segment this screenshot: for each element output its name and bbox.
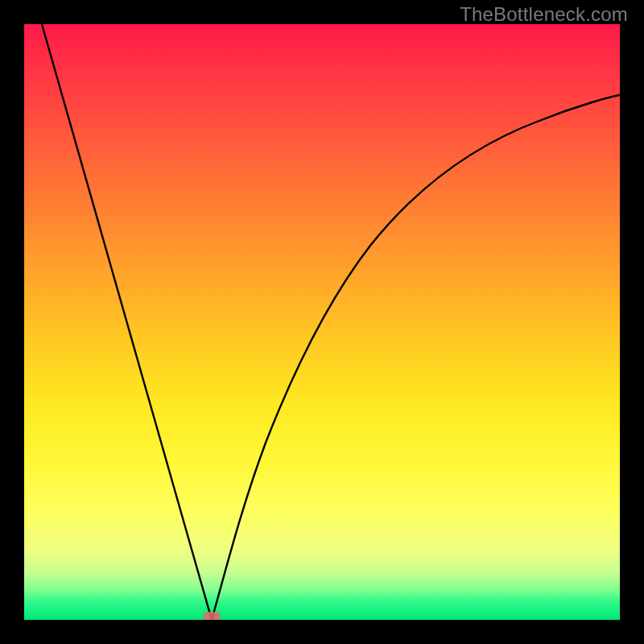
- bottleneck-curve-right: [212, 95, 620, 620]
- plot-area: [24, 24, 620, 620]
- watermark-text: TheBottleneck.com: [460, 3, 628, 26]
- bottleneck-curve-left: [42, 24, 212, 620]
- curve-svg: [24, 24, 620, 620]
- minimum-marker: [203, 612, 221, 620]
